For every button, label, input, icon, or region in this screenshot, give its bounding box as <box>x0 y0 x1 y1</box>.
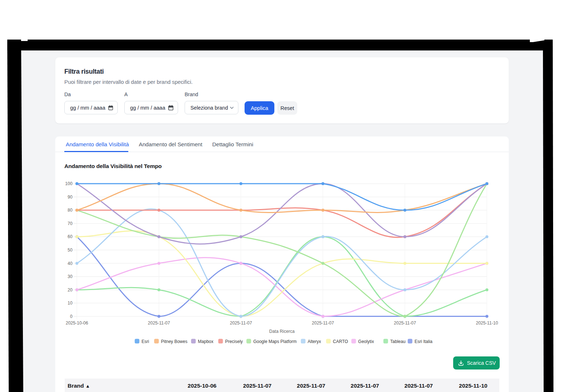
svg-text:2025-11-07: 2025-11-07 <box>312 320 334 326</box>
svg-text:Esri Italia: Esri Italia <box>415 339 433 344</box>
svg-text:80: 80 <box>68 208 73 213</box>
svg-text:Esri: Esri <box>142 339 149 344</box>
svg-text:2025-11-07: 2025-11-07 <box>394 320 416 326</box>
svg-text:Precisely: Precisely <box>225 339 243 344</box>
svg-text:2025-11-07: 2025-11-07 <box>148 320 170 326</box>
svg-text:2025-11-10: 2025-11-10 <box>476 320 498 326</box>
svg-text:10: 10 <box>68 301 73 306</box>
svg-text:Pitney Bowes: Pitney Bowes <box>161 339 188 344</box>
svg-text:2025-11-07: 2025-11-07 <box>230 320 252 326</box>
svg-text:2025-10-06: 2025-10-06 <box>66 320 88 326</box>
svg-text:30: 30 <box>68 274 73 279</box>
svg-text:40: 40 <box>68 261 73 266</box>
svg-text:50: 50 <box>68 248 73 253</box>
svg-text:Google Maps Platform: Google Maps Platform <box>253 339 297 344</box>
svg-text:Data Ricerca: Data Ricerca <box>269 329 295 334</box>
svg-text:Alteryx: Alteryx <box>308 339 321 344</box>
svg-text:100: 100 <box>65 181 72 186</box>
svg-text:20: 20 <box>68 287 73 293</box>
svg-text:0: 0 <box>70 314 73 319</box>
svg-text:CARTO: CARTO <box>333 339 348 344</box>
svg-text:Mapbox: Mapbox <box>198 339 214 344</box>
svg-text:90: 90 <box>68 195 73 200</box>
svg-text:60: 60 <box>68 234 73 239</box>
svg-text:Tableau: Tableau <box>390 339 406 344</box>
svg-text:Geolytix: Geolytix <box>358 339 374 344</box>
svg-text:70: 70 <box>68 221 73 226</box>
